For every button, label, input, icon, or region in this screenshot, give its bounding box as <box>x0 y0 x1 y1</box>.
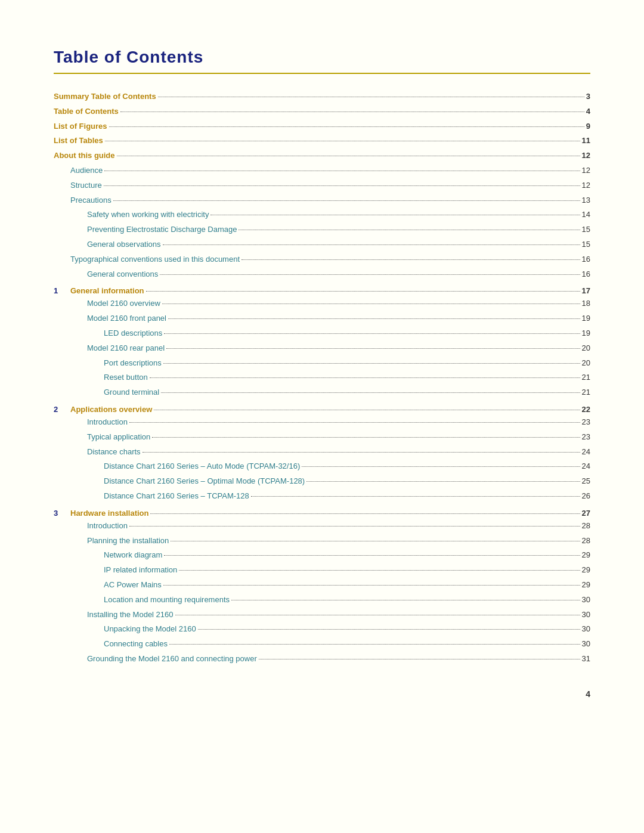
toc-entry: Summary Table of Contents3 <box>54 91 590 103</box>
toc-entry: About this guide12 <box>54 150 590 162</box>
toc-page-number: 15 <box>582 224 590 236</box>
toc-page-number: 19 <box>582 312 590 325</box>
toc-page-number: 3 <box>586 91 590 103</box>
toc-page-number: 19 <box>582 327 590 340</box>
toc-dots <box>242 259 580 260</box>
toc-dots <box>104 171 580 171</box>
toc-section-header: 1General information17 <box>54 286 590 295</box>
toc-dots <box>210 215 580 215</box>
toc-entry: Network diagram29 <box>54 549 590 562</box>
toc-entry: Distance Chart 2160 Series – TCPAM-12826 <box>54 490 590 503</box>
toc-dots <box>160 274 580 275</box>
toc-dots <box>104 185 580 186</box>
toc-entry: Typical application23 <box>54 431 590 444</box>
toc-page-number: 4 <box>586 106 590 118</box>
toc-page-number: 12 <box>582 179 590 192</box>
toc-entry: Model 2160 overview18 <box>54 298 590 310</box>
toc-page-number: 16 <box>582 268 590 281</box>
toc-entry: Port descriptions20 <box>54 357 590 370</box>
toc-dots <box>117 156 580 156</box>
toc-page-number: 23 <box>582 416 590 429</box>
toc-entry: Safety when working with electricity14 <box>54 209 590 221</box>
toc-entry: Location and mounting requirements30 <box>54 594 590 606</box>
toc-entry: AC Power Mains29 <box>54 579 590 592</box>
toc-entry: Planning the installation28 <box>54 535 590 547</box>
toc-entry: Precautions13 <box>54 194 590 207</box>
toc-entry: Model 2160 rear panel20 <box>54 342 590 355</box>
toc-page-number: 18 <box>582 298 590 310</box>
toc-page-number: 13 <box>582 194 590 207</box>
toc-entry: Preventing Electrostatic Discharge Damag… <box>54 224 590 236</box>
toc-dots <box>113 200 580 201</box>
toc-dots <box>163 244 580 245</box>
toc-section-page: 17 <box>582 286 590 295</box>
toc-page-number: 23 <box>582 431 590 444</box>
toc-entry: List of Tables11 <box>54 135 590 147</box>
toc-entry: General conventions16 <box>54 268 590 281</box>
toc-page-number: 29 <box>582 564 590 577</box>
toc-entry: Distance Chart 2160 Series – Auto Mode (… <box>54 460 590 473</box>
toc-entry: LED descriptions19 <box>54 327 590 340</box>
toc-entry: Distance charts24 <box>54 446 590 459</box>
toc-page-number: 30 <box>582 638 590 651</box>
toc-page-number: 28 <box>582 520 590 532</box>
page-title: Table of Contents <box>54 48 590 67</box>
toc-entry: Distance Chart 2160 Series – Optimal Mod… <box>54 475 590 488</box>
toc-entry: Grounding the Model 2160 and connecting … <box>54 653 590 665</box>
toc-entry: Structure12 <box>54 179 590 192</box>
toc-entry: Typographical conventions used in this d… <box>54 253 590 266</box>
section-number: 2 <box>54 405 70 414</box>
toc-section-page: 22 <box>582 405 590 414</box>
toc-entry: Introduction28 <box>54 520 590 532</box>
toc-page-number: 11 <box>582 135 590 147</box>
toc-entry: Model 2160 front panel19 <box>54 312 590 325</box>
toc-top-section: Summary Table of Contents3Table of Conte… <box>54 91 590 280</box>
title-divider <box>54 73 590 74</box>
toc-page-number: 15 <box>582 239 590 251</box>
toc-container: Summary Table of Contents3Table of Conte… <box>54 91 590 665</box>
section-number: 3 <box>54 509 70 518</box>
toc-dots <box>239 230 580 230</box>
toc-page-number: 30 <box>582 594 590 606</box>
toc-dots <box>105 141 580 141</box>
toc-page-number: 20 <box>582 342 590 355</box>
toc-page-number: 30 <box>582 609 590 621</box>
toc-entry: Introduction23 <box>54 416 590 429</box>
toc-page-number: 28 <box>582 535 590 547</box>
toc-entry: Installing the Model 216030 <box>54 609 590 621</box>
section-number: 1 <box>54 286 70 295</box>
toc-page-number: 29 <box>582 579 590 592</box>
toc-page-number: 12 <box>582 150 590 162</box>
toc-page-number: 12 <box>582 165 590 177</box>
toc-page-number: 30 <box>582 623 590 636</box>
toc-section-header: 3Hardware installation27 <box>54 509 590 518</box>
toc-section-page: 27 <box>582 509 590 518</box>
toc-sections: 1General information17Model 2160 overvie… <box>54 286 590 665</box>
toc-entry: General observations15 <box>54 239 590 251</box>
toc-page-number: 24 <box>582 446 590 459</box>
toc-dots <box>158 97 584 97</box>
toc-entry: List of Figures9 <box>54 120 590 133</box>
toc-entry: Table of Contents4 <box>54 106 590 118</box>
toc-page-number: 26 <box>582 490 590 503</box>
toc-dots <box>120 112 584 112</box>
toc-page-number: 31 <box>582 653 590 665</box>
toc-page-number: 25 <box>582 475 590 488</box>
toc-page-number: 20 <box>582 357 590 370</box>
toc-page-number: 24 <box>582 460 590 473</box>
toc-section-header: 2Applications overview22 <box>54 405 590 414</box>
toc-dots <box>109 126 584 127</box>
toc-page-number: 9 <box>586 120 590 133</box>
toc-page-number: 16 <box>582 253 590 266</box>
toc-entry: Ground terminal21 <box>54 386 590 399</box>
toc-entry: IP related information29 <box>54 564 590 577</box>
toc-entry: Audience12 <box>54 165 590 177</box>
toc-page-number: 21 <box>582 386 590 399</box>
toc-page-number: 14 <box>582 209 590 221</box>
toc-entry: Reset button21 <box>54 371 590 384</box>
page-number: 4 <box>54 689 590 699</box>
toc-entry: Connecting cables30 <box>54 638 590 651</box>
toc-entry: Unpacking the Model 216030 <box>54 623 590 636</box>
toc-page-number: 29 <box>582 549 590 562</box>
toc-page-number: 21 <box>582 371 590 384</box>
